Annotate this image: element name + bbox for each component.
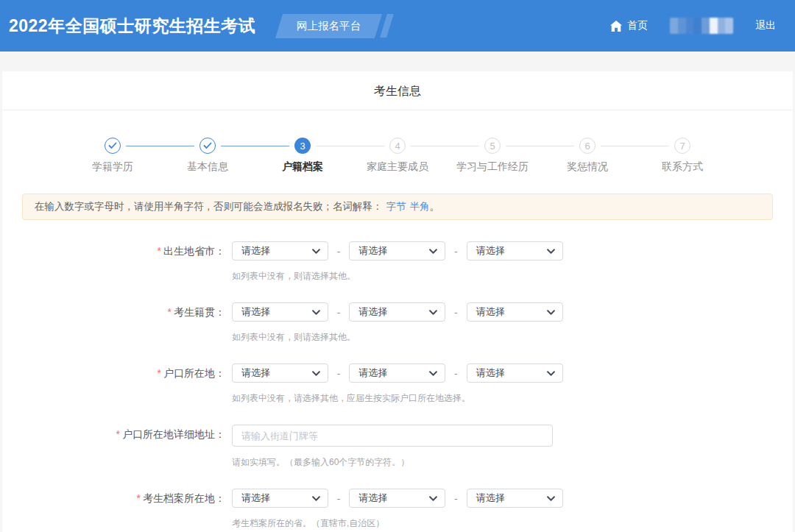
chevron-down-icon bbox=[312, 249, 320, 254]
archive-county-select[interactable]: 请选择 bbox=[467, 489, 563, 508]
step-label: 学习与工作经历 bbox=[445, 160, 540, 174]
chevron-down-icon bbox=[547, 371, 555, 376]
field-label: *出生地省市： bbox=[2, 241, 232, 283]
nav-home-link[interactable]: 首页 bbox=[610, 19, 648, 32]
form-row-birthplace: *出生地省市： 请选择 - 请选择 - 请选择 bbox=[2, 241, 793, 283]
step-jiangcheng-qingkuang: 6 奖惩情况 bbox=[540, 138, 635, 174]
chevron-down-icon bbox=[429, 496, 437, 501]
step-label: 基本信息 bbox=[160, 160, 255, 174]
required-mark: * bbox=[137, 492, 141, 504]
chevron-down-icon bbox=[429, 371, 437, 376]
huji-dangan-form: *出生地省市： 请选择 - 请选择 - 请选择 bbox=[2, 241, 793, 530]
step-xuexi-gongzuo: 5 学习与工作经历 bbox=[445, 138, 540, 174]
field-label: *户口所在地详细地址： bbox=[2, 425, 232, 469]
step-huji-dangan-current: 3 户籍档案 bbox=[255, 138, 350, 174]
link-halfwidth[interactable]: 半角 bbox=[410, 201, 430, 212]
chevron-down-icon bbox=[547, 496, 555, 501]
archive-city-select[interactable]: 请选择 bbox=[349, 489, 445, 508]
chevron-down-icon bbox=[429, 310, 437, 315]
field-controls: 请选择 - 请选择 - 请选择 如列表中没有，请选择其他，应届生按实际户口所在地… bbox=[232, 363, 793, 405]
hukou-province-select[interactable]: 请选择 bbox=[232, 363, 328, 383]
birthplace-county-select[interactable]: 请选择 bbox=[467, 241, 563, 260]
separator: - bbox=[454, 368, 457, 379]
field-hint: 如列表中没有，则请选择其他。 bbox=[232, 270, 793, 283]
chevron-down-icon bbox=[312, 496, 320, 501]
field-hint: 如列表中没有，则请选择其他。 bbox=[232, 331, 793, 344]
chevron-down-icon bbox=[312, 310, 320, 315]
home-icon bbox=[610, 21, 622, 32]
separator: - bbox=[454, 307, 457, 318]
separator: - bbox=[454, 246, 457, 257]
native-place-city-select[interactable]: 请选择 bbox=[349, 302, 445, 322]
field-label: *考生籍贯： bbox=[2, 302, 232, 344]
step-label: 联系方式 bbox=[635, 160, 730, 174]
archive-province-select[interactable]: 请选择 bbox=[232, 489, 328, 508]
step-label: 家庭主要成员 bbox=[350, 160, 445, 174]
separator: - bbox=[337, 246, 340, 257]
hukou-county-select[interactable]: 请选择 bbox=[467, 363, 563, 383]
logout-link[interactable]: 退出 bbox=[755, 19, 776, 32]
chevron-down-icon bbox=[429, 249, 437, 254]
chevron-down-icon bbox=[547, 249, 555, 254]
header-nav: 首页 退出 bbox=[610, 18, 776, 34]
stepper: 学籍学历 基本信息 3 户籍档案 4 家庭主要成员 5 学习与工作经历 6 奖惩… bbox=[66, 138, 730, 174]
field-label: *户口所在地： bbox=[2, 363, 232, 405]
field-controls: 请选择 - 请选择 - 请选择 如列表中没有，则请选择其他。 bbox=[232, 302, 793, 344]
step-jiben-xinxi: 基本信息 bbox=[160, 138, 255, 174]
candidate-info-card: 考生信息 学籍学历 基本信息 3 户籍档案 4 家庭主要成员 5 学习与工作经历 bbox=[2, 71, 793, 532]
hukou-detail-address-input[interactable] bbox=[232, 425, 553, 447]
field-hint: 请如实填写。（最多输入60个字节的字符。） bbox=[232, 456, 793, 469]
check-icon bbox=[199, 138, 216, 154]
required-mark: * bbox=[168, 306, 172, 318]
step-number: 3 bbox=[294, 138, 311, 154]
birthplace-province-select[interactable]: 请选择 bbox=[232, 241, 328, 260]
separator: - bbox=[454, 493, 457, 504]
section-title: 考生信息 bbox=[2, 71, 793, 110]
form-row-archive-location: *考生档案所在地： 请选择 - 请选择 - 请选择 bbox=[2, 489, 793, 530]
separator: - bbox=[337, 493, 340, 504]
step-number: 7 bbox=[674, 138, 690, 154]
app-header: 2022年全国硕士研究生招生考试 网上报名平台 首页 退出 bbox=[0, 0, 795, 52]
form-row-hukou-address: *户口所在地详细地址： 请如实填写。（最多输入60个字节的字符。） bbox=[2, 425, 793, 469]
step-label: 奖惩情况 bbox=[540, 160, 635, 174]
header-left: 2022年全国硕士研究生招生考试 网上报名平台 bbox=[9, 14, 390, 38]
chevron-down-icon bbox=[547, 310, 555, 315]
step-number: 6 bbox=[579, 138, 596, 154]
link-byte[interactable]: 字节 bbox=[386, 201, 406, 212]
step-number: 5 bbox=[484, 138, 501, 154]
badge-decoration bbox=[380, 14, 394, 38]
separator: - bbox=[337, 368, 340, 379]
hukou-city-select[interactable]: 请选择 bbox=[349, 363, 445, 383]
halfwidth-notice-bar: 在输入数字或字母时，请使用半角字符，否则可能会造成报名失败；名词解释：字节半角。 bbox=[22, 194, 773, 220]
field-hint: 考生档案所在的省。（直辖市,自治区） bbox=[232, 517, 793, 530]
field-controls: 请选择 - 请选择 - 请选择 如列表中没有，则请选择其他。 bbox=[232, 241, 793, 283]
field-controls: 请选择 - 请选择 - 请选择 考生档案所在的省。（直辖市,自治区） bbox=[232, 489, 793, 530]
username-redacted bbox=[670, 18, 733, 34]
step-lianxi-fangshi: 7 联系方式 bbox=[635, 138, 730, 174]
app-title: 2022年全国硕士研究生招生考试 bbox=[9, 15, 255, 38]
step-jiating-chengyuan: 4 家庭主要成员 bbox=[350, 138, 445, 174]
step-xueji-xueli: 学籍学历 bbox=[66, 138, 160, 174]
notice-text: 在输入数字或字母时，请使用半角字符，否则可能会造成报名失败；名词解释： bbox=[35, 201, 383, 212]
nav-home-label: 首页 bbox=[627, 19, 648, 32]
field-label: *考生档案所在地： bbox=[2, 489, 232, 530]
chevron-down-icon bbox=[312, 371, 320, 376]
native-place-county-select[interactable]: 请选择 bbox=[467, 302, 563, 322]
birthplace-city-select[interactable]: 请选择 bbox=[349, 241, 445, 260]
form-row-hukou-location: *户口所在地： 请选择 - 请选择 - 请选择 bbox=[2, 363, 793, 405]
step-label: 户籍档案 bbox=[255, 160, 350, 174]
check-icon bbox=[105, 138, 121, 154]
step-label: 学籍学历 bbox=[66, 160, 160, 174]
required-mark: * bbox=[116, 428, 120, 440]
native-place-province-select[interactable]: 请选择 bbox=[232, 302, 328, 322]
field-controls: 请如实填写。（最多输入60个字节的字符。） bbox=[232, 425, 793, 469]
required-mark: * bbox=[158, 367, 161, 379]
step-number: 4 bbox=[389, 138, 406, 154]
platform-badge-label: 网上报名平台 bbox=[297, 19, 361, 33]
separator: - bbox=[337, 307, 340, 318]
field-hint: 如列表中没有，请选择其他，应届生按实际户口所在地选择。 bbox=[232, 392, 793, 405]
platform-badge: 网上报名平台 bbox=[275, 14, 382, 38]
required-mark: * bbox=[158, 245, 161, 257]
form-row-native-place: *考生籍贯： 请选择 - 请选择 - 请选择 bbox=[2, 302, 793, 344]
notice-suffix: 。 bbox=[430, 201, 440, 212]
